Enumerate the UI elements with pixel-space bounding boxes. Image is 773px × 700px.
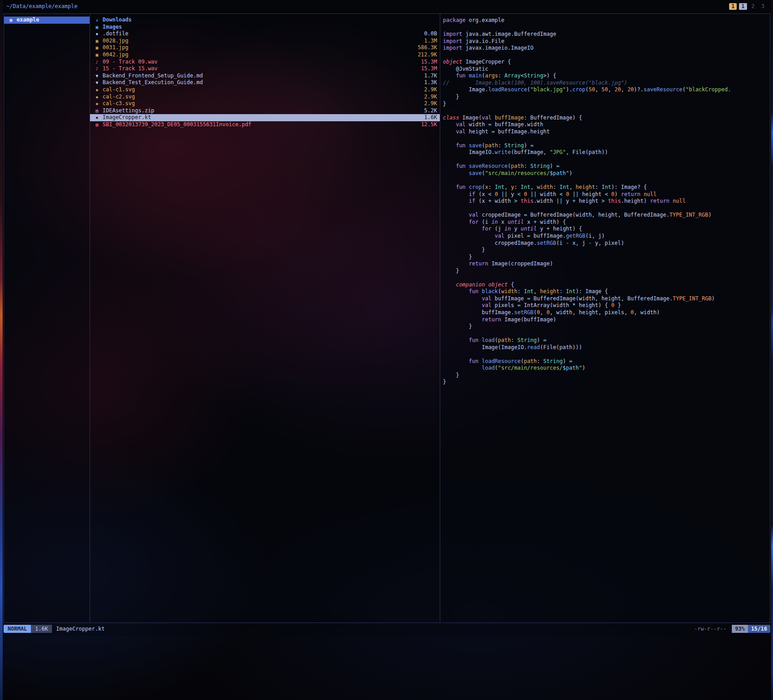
code-line: import javax.imageio.ImageIO xyxy=(443,45,770,52)
file-row[interactable]: ↓Downloads xyxy=(90,17,440,24)
folder-icon: ▣ xyxy=(8,17,14,24)
code-line: return Image(buffImage) xyxy=(443,316,770,324)
file-row[interactable]: ▣0028.jpg1.3M xyxy=(90,38,440,45)
file-size: 212.9K xyxy=(418,51,437,59)
tab-indicator-1[interactable]: 1 xyxy=(729,3,737,10)
file-name: IDEAsettings.zip xyxy=(103,107,421,115)
code-line: fun crop(x: Int, y: Int, width: Int, hei… xyxy=(443,184,770,191)
file-row[interactable]: ▤IDEAsettings.zip5.2K xyxy=(90,107,440,115)
code-line: fun saveResource(path: String) = xyxy=(443,163,770,170)
file-name: 0042.jpg xyxy=(103,51,414,59)
code-line: val pixels = IntArray(width * height) { … xyxy=(443,302,770,309)
pdf-file-icon: ▥ xyxy=(94,121,100,128)
file-row[interactable]: ◈cal-c1.svg2.9K xyxy=(90,86,440,94)
file-name: Backend_Test_Execution_Guide.md xyxy=(103,79,421,86)
code-line: class Image(val buffImage: BufferedImage… xyxy=(443,115,770,122)
cursor-position-badge: 15/16 xyxy=(748,625,770,633)
file-size: 15.3M xyxy=(421,65,437,73)
tab-indicator-3[interactable]: 2 xyxy=(749,3,757,10)
code-line: } xyxy=(443,254,770,261)
parent-dir-item[interactable]: ▣example xyxy=(4,17,90,24)
code-line: val buffImage = BufferedImage(width, hei… xyxy=(443,295,770,303)
file-size: 586.3K xyxy=(418,44,437,51)
zip-file-icon: ▤ xyxy=(94,107,100,115)
code-line: val croppedImage = BufferedImage(width, … xyxy=(443,212,770,219)
file-row[interactable]: ▣Images xyxy=(90,24,440,31)
file-row[interactable]: ▣0042.jpg212.9K xyxy=(90,51,440,59)
code-line: fun load(path: String) = xyxy=(443,337,770,344)
code-line: import java.awt.image.BufferedImage xyxy=(443,31,770,38)
code-line: if (x < 0 || y < 0 || width < 0 || heigh… xyxy=(443,191,770,198)
image-file-icon: ▣ xyxy=(94,51,100,59)
svg-file-icon: ◈ xyxy=(94,94,100,101)
code-line: companion object { xyxy=(443,282,770,289)
file-row[interactable]: ♪09 - Track 09.wav15.3M xyxy=(90,59,440,66)
code-line: load("src/main/resources/$path") xyxy=(443,365,770,372)
file-name: 09 - Track 09.wav xyxy=(103,59,417,66)
file-name: 0031.jpg xyxy=(103,44,414,51)
file-size: 2.9K xyxy=(424,94,437,101)
file-name: Backend_Frontend_Setup_Guide.md xyxy=(103,73,421,80)
file-size: 15.3M xyxy=(421,59,437,66)
code-line: return Image(croppedImage) xyxy=(443,260,770,268)
code-line: @JvmStatic xyxy=(443,66,770,73)
code-line: } xyxy=(443,94,770,101)
tab-indicator-2[interactable]: 1 xyxy=(739,3,747,10)
code-line xyxy=(443,24,770,31)
file-row[interactable]: ◈cal-c2.svg2.9K xyxy=(90,94,440,101)
audio-file-icon: ♪ xyxy=(94,65,100,73)
code-line: Image.loadResource("black.jpg").crop(50,… xyxy=(443,86,770,94)
code-line xyxy=(443,330,770,337)
code-line xyxy=(443,135,770,142)
code-line: Image(ImageIO.read(File(path))) xyxy=(443,344,770,351)
file-row[interactable]: ▥SBI_0032013739_2023_DE05_0003155631Invo… xyxy=(90,121,440,128)
file-size: 5.2K xyxy=(424,107,437,115)
file-icon: ▪ xyxy=(94,30,100,38)
code-line xyxy=(443,205,770,212)
file-row[interactable]: ▪.dotfile0.0B xyxy=(90,30,440,38)
file-name: .dotfile xyxy=(103,30,421,38)
file-size: 0.0B xyxy=(424,30,437,38)
code-line xyxy=(443,156,770,163)
code-line xyxy=(443,177,770,184)
code-line xyxy=(443,107,770,115)
code-line xyxy=(443,52,770,59)
file-name: SBI_0032013739_2023_DE05_0003155631Invoi… xyxy=(103,121,417,128)
file-row[interactable]: ▣0031.jpg586.3K xyxy=(90,44,440,51)
image-file-icon: ▣ xyxy=(94,38,100,45)
code-line: fun main(args: Array<String>) { xyxy=(443,73,770,80)
file-row[interactable]: ▪ImageCropper.kt1.6K xyxy=(90,114,440,121)
file-name: 0028.jpg xyxy=(103,38,421,45)
code-line xyxy=(443,274,770,282)
file-name: cal-c1.svg xyxy=(103,86,421,94)
file-size: 2.9K xyxy=(424,100,437,107)
code-line: fun black(width: Int, height: Int): Imag… xyxy=(443,288,770,295)
file-row[interactable]: ♪15 - Track 15.wav15.3M xyxy=(90,65,440,73)
code-line: } xyxy=(443,372,770,379)
code-line xyxy=(443,351,770,358)
status-bar: NORMAL 1.6K ImageCropper.kt -rw-r--r-- 9… xyxy=(4,625,770,633)
downloads-folder-icon: ↓ xyxy=(94,17,100,24)
code-line: buffImage.setRGB(0, 0, width, height, pi… xyxy=(443,309,770,316)
file-row[interactable]: ▼Backend_Test_Execution_Guide.md1.3K xyxy=(90,79,440,86)
current-filename: ImageCropper.kt xyxy=(56,626,104,632)
audio-file-icon: ♪ xyxy=(94,59,100,66)
file-size: 1.6K xyxy=(424,114,437,121)
parent-directory-pane: ▣example xyxy=(4,14,90,623)
markdown-file-icon: ▼ xyxy=(94,79,100,86)
parent-dir-name: example xyxy=(17,17,39,24)
code-line: val pixel = buffImage.getRGB(i, j) xyxy=(443,233,770,240)
svg-file-icon: ◈ xyxy=(94,100,100,107)
file-name: cal-c3.svg xyxy=(103,100,421,107)
code-line: } xyxy=(443,247,770,254)
file-name: 15 - Track 15.wav xyxy=(103,65,417,73)
file-row[interactable]: ▼Backend_Frontend_Setup_Guide.md1.7K xyxy=(90,73,440,80)
code-line: ImageIO.write(buffImage, "JPG", File(pat… xyxy=(443,149,770,156)
file-size: 1.7K xyxy=(424,73,437,80)
tab-indicator-4[interactable]: 3 xyxy=(759,3,767,10)
mode-badge: NORMAL xyxy=(4,625,31,633)
code-line: for (j in y until y + height) { xyxy=(443,226,770,233)
file-row[interactable]: ◈cal-c3.svg2.9K xyxy=(90,100,440,107)
code-line: import java.io.File xyxy=(443,38,770,45)
scroll-percent-badge: 93% xyxy=(732,625,748,633)
